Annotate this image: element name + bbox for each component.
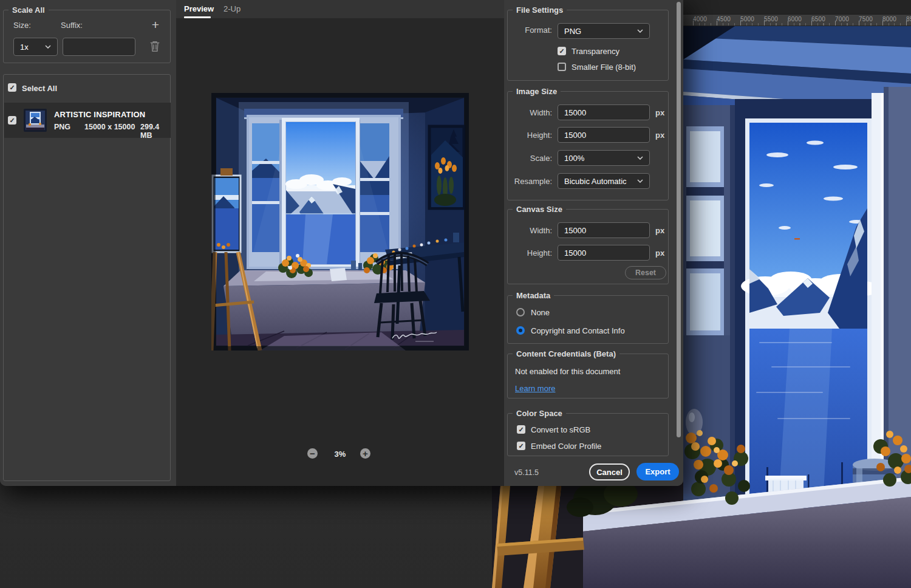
canvas-width-label: Width: [508, 226, 552, 235]
format-value: PNG [564, 27, 637, 36]
check-icon: ✓ [559, 48, 564, 55]
resample-value: Bicubic Automatic [564, 177, 637, 186]
scale-value: 100% [564, 154, 637, 163]
ruler-label: 6000 [788, 16, 802, 22]
format-dropdown[interactable]: PNG [558, 23, 650, 39]
metadata-copyright-radio[interactable] [516, 326, 525, 335]
tab-2up[interactable]: 2-Up [223, 4, 241, 13]
artwork-room-scene [211, 93, 469, 350]
item-thumbnail [24, 109, 47, 132]
embed-profile-checkbox[interactable]: ✓ [517, 442, 525, 450]
photoshop-workspace: 4000 4500 5000 5500 6000 6500 7000 7500 … [0, 0, 911, 588]
metadata-none-radio[interactable] [516, 308, 525, 316]
ruler-label: 8500 [906, 16, 911, 22]
color-space-group: Color Space ✓ Convert to sRGB ✓ Embed Co… [507, 413, 669, 456]
canvas-width-input[interactable] [558, 222, 650, 238]
image-height-input[interactable] [558, 127, 650, 143]
content-credentials-title: Content Credentials (Beta) [513, 349, 619, 358]
metadata-copyright-label: Copyright and Contact Info [531, 326, 625, 335]
convert-srgb-checkbox[interactable]: ✓ [517, 425, 525, 434]
metadata-title: Metadata [513, 291, 554, 300]
transparency-checkbox[interactable]: ✓ [558, 47, 566, 55]
image-height-label: Height: [508, 131, 552, 140]
canvas-height-unit: px [655, 248, 664, 258]
scale-label: Scale: [508, 154, 552, 163]
scale-dropdown[interactable]: 100% [558, 150, 650, 166]
file-list-group: ✓ Select All ✓ [3, 74, 171, 481]
select-all-label: Select All [22, 84, 57, 93]
chevron-down-icon [637, 29, 643, 33]
delete-scale-button[interactable] [149, 40, 160, 55]
canvas-size-title: Canvas Size [513, 205, 566, 214]
suffix-input[interactable] [63, 38, 135, 56]
settings-scrollbar[interactable] [677, 2, 681, 437]
zoom-out-button[interactable]: − [307, 448, 318, 459]
chevron-down-icon [637, 156, 643, 160]
canvas-height-input[interactable] [558, 245, 650, 261]
format-label: Format: [508, 26, 552, 35]
canvas-size-group: Canvas Size Width: px Height: px Reset [507, 209, 669, 284]
active-tab-underline [184, 16, 211, 18]
thumbnail-art [24, 109, 47, 132]
export-as-dialog: Scale All Size: Suffix: + 1x ✓ Select Al… [0, 0, 683, 486]
preview-tabbar: Preview 2-Up [176, 0, 504, 18]
app-toolbar-strip [683, 0, 911, 15]
horizontal-ruler: 4000 4500 5000 5500 6000 6500 7000 7500 … [683, 15, 911, 26]
resample-label: Resample: [508, 177, 552, 186]
chevron-down-icon [45, 45, 51, 49]
scale-all-group: Scale All Size: Suffix: + 1x [3, 10, 171, 63]
export-button[interactable]: Export [636, 463, 679, 480]
select-all-checkbox[interactable]: ✓ [8, 83, 16, 92]
add-scale-button[interactable]: + [152, 18, 159, 31]
export-settings-panel: File Settings Format: PNG ✓ Transparency… [504, 0, 683, 486]
item-filesize: 299.4 MB [140, 123, 171, 140]
item-format: PNG [54, 123, 70, 131]
file-settings-group: File Settings Format: PNG ✓ Transparency… [507, 10, 669, 81]
metadata-group: Metadata None Copyright and Contact Info [507, 295, 669, 344]
ruler-label: 5500 [764, 16, 778, 22]
ruler-label: 4000 [693, 16, 707, 22]
image-width-label: Width: [508, 108, 552, 117]
zoom-level: 3% [325, 450, 355, 459]
tab-preview[interactable]: Preview [184, 4, 214, 13]
item-title: ARTISTIC INSPIRATION [54, 110, 145, 119]
image-size-group: Image Size Width: px Height: px Scale: 1… [507, 91, 669, 200]
scale-size-dropdown[interactable]: 1x [13, 38, 58, 56]
chevron-down-icon [637, 179, 643, 183]
embed-profile-label: Embed Color Profile [531, 442, 601, 451]
trash-icon [149, 40, 160, 52]
size-label: Size: [13, 21, 31, 30]
resample-dropdown[interactable]: Bicubic Automatic [558, 173, 650, 189]
scale-all-title: Scale All [9, 5, 49, 15]
item-dimensions: 15000 x 15000 [84, 123, 135, 131]
preview-pane: Preview 2-Up [176, 0, 504, 486]
smaller-file-checkbox[interactable]: ✓ [558, 63, 566, 71]
preview-image [211, 93, 469, 350]
check-icon: ✓ [9, 117, 15, 124]
item-checkbox[interactable]: ✓ [8, 116, 16, 125]
zoom-in-button[interactable]: + [360, 448, 370, 459]
ruler-label: 7000 [835, 16, 849, 22]
check-icon: ✓ [518, 443, 524, 450]
transparency-label: Transparency [572, 47, 619, 56]
image-size-title: Image Size [513, 87, 561, 96]
image-width-unit: px [655, 108, 664, 117]
learn-more-link[interactable]: Learn more [515, 384, 555, 393]
ruler-label: 7500 [859, 16, 873, 22]
canvas-height-label: Height: [508, 248, 552, 258]
reset-button[interactable]: Reset [625, 266, 666, 279]
convert-srgb-label: Convert to sRGB [531, 425, 590, 434]
file-list-item[interactable]: ✓ [4, 103, 171, 138]
color-space-title: Color Space [513, 409, 566, 418]
content-credentials-status: Not enabled for this document [515, 367, 620, 376]
image-width-input[interactable] [558, 104, 650, 120]
check-icon: ✓ [518, 426, 524, 433]
content-credentials-group: Content Credentials (Beta) Not enabled f… [507, 354, 669, 398]
wall-painting [429, 126, 464, 208]
version-text: v5.11.5 [514, 468, 539, 477]
scale-size-value: 1x [20, 43, 45, 52]
ruler-label: 5000 [740, 16, 754, 22]
cancel-button[interactable]: Cancel [589, 463, 630, 480]
suffix-label: Suffix: [61, 21, 83, 30]
ruler-label: 4500 [717, 16, 731, 22]
